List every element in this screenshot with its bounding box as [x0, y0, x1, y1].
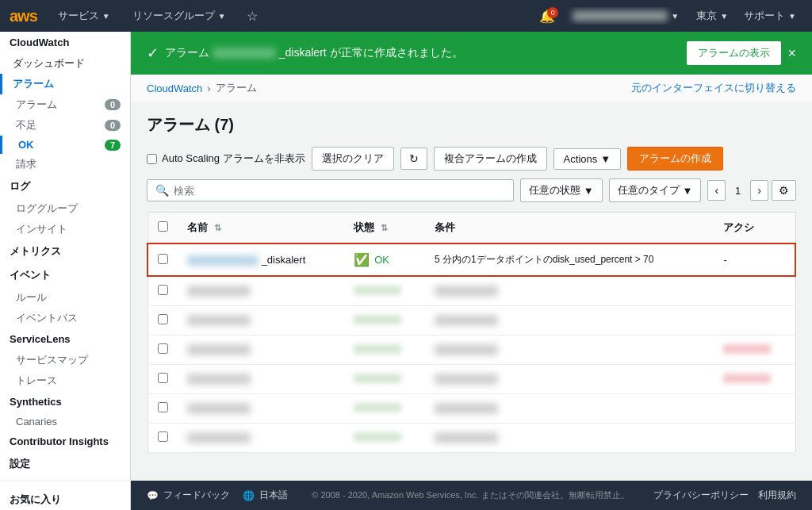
- row-checkbox[interactable]: [158, 254, 168, 264]
- sidebar-item-settings[interactable]: 設定: [0, 452, 130, 476]
- row-checkbox[interactable]: [158, 402, 168, 412]
- table-row: [147, 394, 795, 424]
- privacy-policy-link[interactable]: プライバシーポリシー: [653, 489, 749, 502]
- main-layout: ‹ CloudWatch ダッシュボード アラーム アラーム 0 不足 0 OK…: [0, 32, 812, 510]
- highlighted-row-condition: 5 分内の1データポイントのdisk_used_percent > 70: [425, 243, 714, 276]
- state-sort-icon[interactable]: ⇅: [381, 223, 388, 232]
- next-page-button[interactable]: ›: [750, 180, 768, 201]
- sidebar-item-service-map[interactable]: サービスマップ: [0, 350, 130, 370]
- sidebar-item-insights[interactable]: インサイト: [0, 219, 130, 240]
- state-filter-dropdown[interactable]: 任意の状態 ▼: [520, 178, 603, 202]
- footer-right: プライバシーポリシー 利用規約: [653, 489, 796, 502]
- search-icon: 🔍: [155, 184, 169, 197]
- footer-left: 💬 フィードバック 🌐 日本語: [147, 489, 288, 502]
- header-checkbox-col: [147, 213, 178, 244]
- table-header: 名前 ⇅ 状態 ⇅ 条件 アクシ: [147, 213, 795, 244]
- account-chevron-icon: ▼: [671, 12, 679, 21]
- success-banner: ✓ アラーム _diskalert が正常に作成されました。 アラームの表示 ×: [131, 32, 812, 75]
- bell-icon[interactable]: 🔔 0: [533, 6, 561, 27]
- ok-badge: 7: [105, 140, 121, 151]
- sidebar-item-events-section[interactable]: イベント: [0, 263, 130, 287]
- feedback-icon: 💬: [147, 490, 159, 501]
- row-checkbox[interactable]: [158, 343, 168, 354]
- region-menu[interactable]: 東京 ▼: [690, 6, 734, 26]
- header-state: 状態 ⇅: [344, 213, 425, 244]
- row-checkbox[interactable]: [158, 314, 168, 324]
- alarm-badge: 0: [105, 99, 121, 110]
- services-menu[interactable]: サービス ▼: [50, 6, 118, 26]
- sidebar-item-contributor-insights[interactable]: Contributor Insights: [0, 431, 130, 452]
- row-checkbox[interactable]: [158, 285, 168, 295]
- create-alarm-button[interactable]: アラームの作成: [627, 147, 723, 171]
- resources-chevron-icon: ▼: [218, 12, 226, 21]
- view-alarm-button[interactable]: アラームの表示: [687, 41, 781, 65]
- main-content: ✓ アラーム _diskalert が正常に作成されました。 アラームの表示 ×…: [131, 32, 812, 510]
- search-box[interactable]: 🔍: [147, 179, 514, 201]
- highlighted-row-state: ✅ OK: [344, 243, 425, 276]
- search-input[interactable]: [174, 185, 505, 197]
- clear-selection-button[interactable]: 選択のクリア: [312, 147, 394, 171]
- header-name: 名前 ⇅: [178, 213, 344, 244]
- sidebar-item-insufficient[interactable]: 不足 0: [0, 115, 130, 136]
- row-checkbox[interactable]: [158, 431, 168, 442]
- composite-alarm-button[interactable]: 複合アラームの作成: [434, 147, 547, 171]
- breadcrumb-current: アラーム: [216, 81, 257, 95]
- sidebar-item-trace[interactable]: トレース: [0, 370, 130, 391]
- state-filter-chevron-icon: ▼: [584, 185, 594, 197]
- row-checkbox[interactable]: [158, 373, 168, 383]
- sidebar-item-event-bus[interactable]: イベントバス: [0, 308, 130, 328]
- star-icon[interactable]: ☆: [240, 6, 264, 27]
- terms-link[interactable]: 利用規約: [758, 489, 796, 502]
- header-condition: 条件: [425, 213, 714, 244]
- sidebar-item-metrics[interactable]: メトリクス: [0, 240, 130, 263]
- sidebar-item-log-groups[interactable]: ロググループ: [0, 198, 130, 219]
- language-button[interactable]: 🌐 日本語: [243, 489, 288, 502]
- sidebar: ‹ CloudWatch ダッシュボード アラーム アラーム 0 不足 0 OK…: [0, 32, 131, 510]
- sidebar-item-billing[interactable]: 請求: [0, 154, 130, 174]
- sidebar-item-ok[interactable]: OK 7: [0, 136, 130, 154]
- sidebar-item-alarm-section[interactable]: アラーム: [0, 74, 130, 94]
- breadcrumb-separator: ›: [207, 82, 210, 94]
- sidebar-item-service-lens-section[interactable]: ServiceLens: [0, 328, 130, 350]
- sidebar-favorites-label: お気に入り: [0, 486, 130, 510]
- sidebar-item-alarms[interactable]: アラーム 0: [0, 94, 130, 115]
- sidebar-item-logs-section[interactable]: ログ: [0, 174, 130, 198]
- sidebar-collapse-button[interactable]: ‹: [130, 255, 131, 287]
- actions-button[interactable]: Actions ▼: [553, 148, 622, 170]
- footer-copyright: © 2008 - 2020, Amazon Web Services, Inc.…: [312, 489, 629, 501]
- breadcrumb-switch-link[interactable]: 元のインターフェイスに切り替える: [631, 81, 796, 95]
- resources-menu[interactable]: リソースグループ ▼: [124, 6, 234, 26]
- type-filter-dropdown[interactable]: 任意のタイプ ▼: [609, 178, 702, 202]
- sidebar-item-synthetics-section[interactable]: Synthetics: [0, 391, 130, 412]
- sidebar-item-canaries[interactable]: Canaries: [0, 412, 130, 431]
- banner-close-button[interactable]: ×: [787, 45, 796, 62]
- row-checkbox-cell: [147, 243, 178, 276]
- select-all-checkbox[interactable]: [158, 221, 168, 232]
- table-row: [147, 276, 795, 306]
- type-filter-chevron-icon: ▼: [683, 185, 693, 197]
- account-menu[interactable]: ▼: [565, 7, 687, 25]
- sidebar-item-cloudwatch[interactable]: CloudWatch: [0, 32, 130, 53]
- footer: 💬 フィードバック 🌐 日本語 © 2008 - 2020, Amazon We…: [131, 481, 812, 510]
- toolbar: Auto Scaling アラームを非表示 選択のクリア ↻ 複合アラームの作成…: [147, 147, 796, 171]
- refresh-button[interactable]: ↻: [400, 148, 427, 170]
- sidebar-item-dashboard[interactable]: ダッシュボード: [0, 53, 130, 74]
- check-icon: ✓: [147, 44, 159, 62]
- page-title: アラーム (7): [147, 114, 796, 136]
- breadcrumb-cloudwatch-link[interactable]: CloudWatch: [147, 82, 202, 94]
- auto-scaling-checkbox[interactable]: [147, 154, 157, 164]
- feedback-button[interactable]: 💬 フィードバック: [147, 489, 230, 502]
- prev-page-button[interactable]: ‹: [707, 180, 726, 201]
- highlighted-row-name: _diskalert: [178, 243, 344, 276]
- table-row: [147, 336, 795, 365]
- table-settings-button[interactable]: ⚙: [772, 180, 796, 201]
- filter-row: 🔍 任意の状態 ▼ 任意のタイプ ▼ ‹ 1 › ⚙: [147, 178, 796, 202]
- auto-scaling-checkbox-label[interactable]: Auto Scaling アラームを非表示: [147, 151, 305, 166]
- banner-message: ✓ アラーム _diskalert が正常に作成されました。: [147, 44, 463, 62]
- aws-logo[interactable]: aws: [10, 7, 37, 25]
- name-sort-icon[interactable]: ⇅: [214, 223, 221, 232]
- top-navigation: aws サービス ▼ リソースグループ ▼ ☆ 🔔 0 ▼ 東京 ▼ サポート …: [0, 0, 812, 32]
- table-body: _diskalert ✅ OK 5 分内の1データポイントのdisk_used_…: [147, 243, 795, 453]
- support-menu[interactable]: サポート ▼: [737, 6, 802, 26]
- sidebar-item-rules[interactable]: ルール: [0, 287, 130, 308]
